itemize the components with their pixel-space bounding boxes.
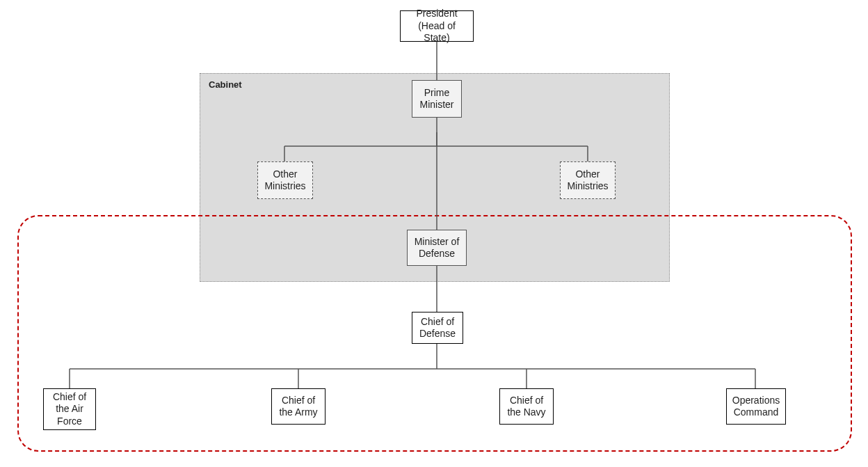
minister-of-defense-box: Minister of Defense — [407, 230, 467, 266]
oml-line1: Other — [273, 168, 297, 181]
prime-minister-box: Prime Minister — [412, 80, 462, 118]
cod-line1: Chief of — [421, 316, 454, 329]
chief-of-air-force-box: Chief of the Air Force — [43, 388, 96, 430]
mod-line2: Defense — [419, 248, 455, 260]
omr-line1: Other — [575, 168, 600, 181]
omr-line2: Ministries — [567, 180, 608, 193]
oml-line2: Ministries — [264, 180, 305, 193]
president-line1: President — [416, 8, 457, 20]
pm-line2: Minister — [419, 99, 453, 111]
oc-line2: Command — [734, 406, 779, 419]
operations-command-box: Operations Command — [726, 388, 786, 425]
pm-line1: Prime — [424, 87, 450, 100]
caf-line3: Force — [57, 415, 82, 428]
cod-line2: Defense — [419, 328, 456, 340]
cabinet-label: Cabinet — [209, 79, 242, 90]
con-line2: the Navy — [507, 406, 545, 419]
chief-of-navy-box: Chief of the Navy — [499, 388, 554, 425]
chief-of-defense-box: Chief of Defense — [412, 312, 463, 344]
president-line2: (Head of State) — [405, 20, 469, 45]
oc-line1: Operations — [732, 395, 780, 407]
caf-line2: the Air — [56, 403, 83, 415]
coa-line1: Chief of — [282, 395, 315, 407]
caf-line1: Chief of — [53, 391, 86, 404]
other-ministries-right-box: Other Ministries — [560, 161, 616, 199]
mod-line1: Minister of — [415, 236, 460, 248]
other-ministries-left-box: Other Ministries — [257, 161, 313, 199]
con-line1: Chief of — [510, 395, 543, 407]
coa-line2: the Army — [279, 406, 317, 419]
president-box: President (Head of State) — [400, 10, 474, 42]
chief-of-army-box: Chief of the Army — [271, 388, 326, 425]
